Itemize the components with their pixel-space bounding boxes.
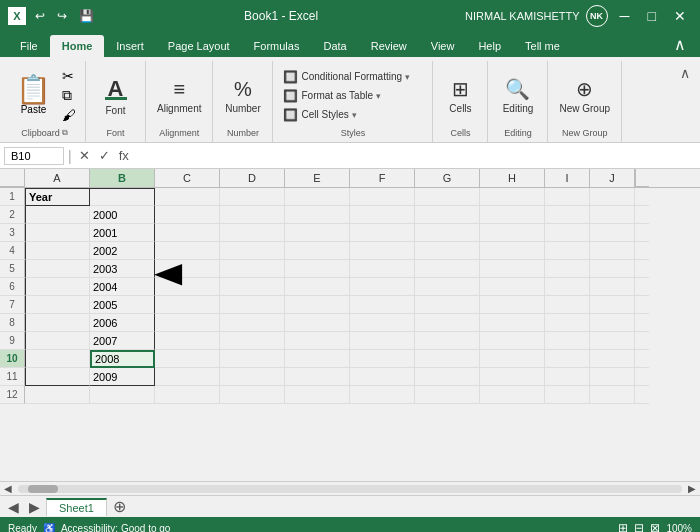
new-group-button[interactable]: ⊕ New Group (554, 74, 615, 117)
cell-i10[interactable] (545, 350, 590, 368)
cell-b8[interactable]: 2006 (90, 314, 155, 332)
cell-d8[interactable] (220, 314, 285, 332)
tab-help[interactable]: Help (466, 35, 513, 57)
cell-j2[interactable] (590, 206, 635, 224)
ribbon-collapse-icon[interactable]: ∧ (674, 61, 696, 85)
cell-c7[interactable] (155, 296, 220, 314)
cell-c3[interactable] (155, 224, 220, 242)
cell-a1[interactable]: Year (25, 188, 90, 206)
tab-home[interactable]: Home (50, 35, 105, 57)
row-num-6[interactable]: 6 (0, 278, 25, 296)
cell-reference-input[interactable] (4, 147, 64, 165)
conditional-formatting-button[interactable]: 🔲 Conditional Formatting ▾ (279, 68, 426, 86)
cell-i4[interactable] (545, 242, 590, 260)
cell-g8[interactable] (415, 314, 480, 332)
undo-btn[interactable]: ↩ (32, 8, 48, 24)
cell-f4[interactable] (350, 242, 415, 260)
cell-f8[interactable] (350, 314, 415, 332)
tab-view[interactable]: View (419, 35, 467, 57)
cell-h5[interactable] (480, 260, 545, 278)
cell-g11[interactable] (415, 368, 480, 386)
cell-d11[interactable] (220, 368, 285, 386)
cell-b3[interactable]: 2001 (90, 224, 155, 242)
cell-d4[interactable] (220, 242, 285, 260)
cell-c9[interactable] (155, 332, 220, 350)
view-layout-btn[interactable]: ⊟ (634, 521, 644, 532)
cell-b1[interactable] (90, 188, 155, 206)
cell-j7[interactable] (590, 296, 635, 314)
row-num-12[interactable]: 12 (0, 386, 25, 404)
cell-a12[interactable] (25, 386, 90, 404)
cell-e12[interactable] (285, 386, 350, 404)
cell-a4[interactable] (25, 242, 90, 260)
enter-formula-btn[interactable]: ✓ (96, 147, 113, 164)
tab-page-layout[interactable]: Page Layout (156, 35, 242, 57)
cell-f5[interactable] (350, 260, 415, 278)
cell-b9[interactable]: 2007 (90, 332, 155, 350)
cell-d5[interactable] (220, 260, 285, 278)
cell-c2[interactable] (155, 206, 220, 224)
view-normal-btn[interactable]: ⊞ (618, 521, 628, 532)
cell-f7[interactable] (350, 296, 415, 314)
row-num-3[interactable]: 3 (0, 224, 25, 242)
scroll-sheets-right[interactable]: ▶ (25, 498, 44, 516)
cell-d9[interactable] (220, 332, 285, 350)
tab-file[interactable]: File (8, 35, 50, 57)
scroll-left-btn[interactable]: ◀ (0, 483, 16, 494)
cell-e1[interactable] (285, 188, 350, 206)
row-num-4[interactable]: 4 (0, 242, 25, 260)
format-painter-button[interactable]: 🖌 (59, 106, 79, 124)
row-num-11[interactable]: 11 (0, 368, 25, 386)
cell-h9[interactable] (480, 332, 545, 350)
row-num-10[interactable]: 10 (0, 350, 25, 368)
cell-g9[interactable] (415, 332, 480, 350)
cell-h2[interactable] (480, 206, 545, 224)
cell-e5[interactable] (285, 260, 350, 278)
cell-f1[interactable] (350, 188, 415, 206)
cell-j11[interactable] (590, 368, 635, 386)
redo-btn[interactable]: ↪ (54, 8, 70, 24)
cell-i7[interactable] (545, 296, 590, 314)
col-header-c[interactable]: C (155, 169, 220, 187)
row-num-7[interactable]: 7 (0, 296, 25, 314)
cell-i2[interactable] (545, 206, 590, 224)
cell-g7[interactable] (415, 296, 480, 314)
cell-j6[interactable] (590, 278, 635, 296)
cell-c10[interactable] (155, 350, 220, 368)
col-header-g[interactable]: G (415, 169, 480, 187)
cell-c11[interactable] (155, 368, 220, 386)
cell-b12[interactable] (90, 386, 155, 404)
cell-a2[interactable] (25, 206, 90, 224)
col-header-j[interactable]: J (590, 169, 635, 187)
sheet-tab-sheet1[interactable]: Sheet1 (46, 498, 107, 516)
cell-e6[interactable] (285, 278, 350, 296)
cell-b6[interactable]: 2004 (90, 278, 155, 296)
cell-f10[interactable] (350, 350, 415, 368)
paste-button[interactable]: 📋 Paste (10, 73, 57, 118)
cell-a8[interactable] (25, 314, 90, 332)
cell-g2[interactable] (415, 206, 480, 224)
cell-h10[interactable] (480, 350, 545, 368)
tab-tell-me[interactable]: Tell me (513, 35, 572, 57)
cell-h11[interactable] (480, 368, 545, 386)
copy-button[interactable]: ⧉ (59, 86, 79, 105)
cell-e7[interactable] (285, 296, 350, 314)
cell-b7[interactable]: 2005 (90, 296, 155, 314)
view-page-break-btn[interactable]: ⊠ (650, 521, 660, 532)
alignment-button[interactable]: ≡ Alignment (152, 75, 206, 117)
col-header-i[interactable]: I (545, 169, 590, 187)
cell-a3[interactable] (25, 224, 90, 242)
cells-button[interactable]: ⊞ Cells (440, 74, 480, 117)
row-num-9[interactable]: 9 (0, 332, 25, 350)
user-avatar[interactable]: NK (586, 5, 608, 27)
cell-c12[interactable] (155, 386, 220, 404)
cell-d6[interactable] (220, 278, 285, 296)
col-header-h[interactable]: H (480, 169, 545, 187)
cell-i12[interactable] (545, 386, 590, 404)
cell-d3[interactable] (220, 224, 285, 242)
cell-f12[interactable] (350, 386, 415, 404)
editing-button[interactable]: 🔍 Editing (498, 74, 539, 117)
cell-i5[interactable] (545, 260, 590, 278)
cell-f2[interactable] (350, 206, 415, 224)
cell-a10[interactable] (25, 350, 90, 368)
